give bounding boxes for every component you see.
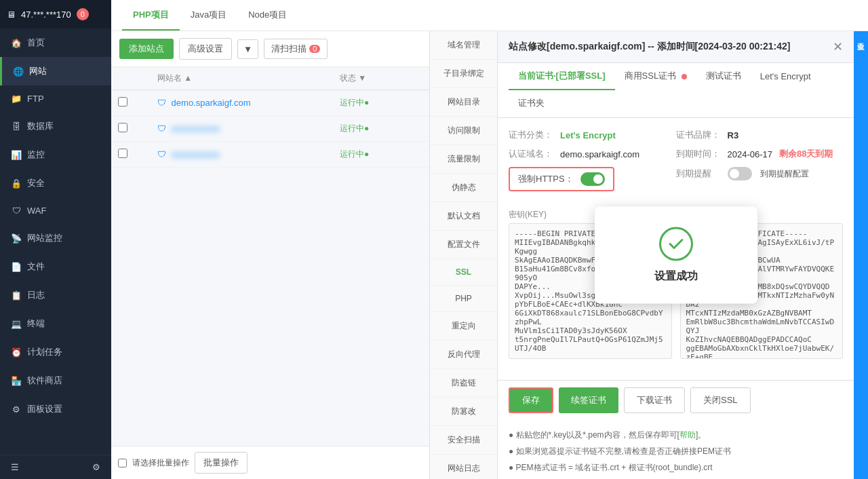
menu-hotlink[interactable]: 防盗链: [430, 369, 497, 398]
modal-container: 站点修改[demo.sparkaigf.com] -- 添加时间[2024-03…: [498, 31, 854, 479]
row-checkbox[interactable]: [118, 123, 127, 132]
sidebar-label-monitor: 监控: [27, 149, 45, 161]
menu-config[interactable]: 配置文件: [430, 231, 497, 259]
settings-icon[interactable]: ⚙: [92, 462, 100, 472]
sidebar-label-database: 数据库: [27, 120, 54, 132]
tips-section: ● 粘贴您的*.key以及*.pem内容，然后保存即可[帮助]。 ● 如果浏览器…: [498, 420, 854, 479]
sidebar-item-logs[interactable]: 📋 日志: [0, 281, 111, 309]
sidebar-label-waf: WAF: [27, 206, 46, 216]
sidebar: 🖥 47.***.***170 0 🏠 首页 🌐 网站 📁 FTP 🗄 数据库 …: [0, 0, 111, 479]
red-dot-icon: [682, 74, 687, 79]
sidebar-item-panel-settings[interactable]: ⚙ 面板设置: [0, 395, 111, 423]
row-actions: [406, 90, 429, 116]
sidebar-item-monitor[interactable]: 📊 监控: [0, 140, 111, 169]
menu-default-doc[interactable]: 默认文档: [430, 202, 497, 231]
cert-reminder-config[interactable]: 到期提醒配置: [760, 168, 809, 180]
tip-1: ● 粘贴您的*.key以及*.pem内容，然后保存即可[帮助]。: [509, 427, 843, 443]
ssl-tab-current-label: 当前证书·[已部署SSL]: [518, 71, 606, 81]
menu-traffic[interactable]: 流量限制: [430, 145, 497, 174]
cert-domain-value: demo.sparkaigf.com: [560, 149, 639, 159]
close-ssl-button[interactable]: 关闭SSL: [690, 387, 751, 413]
files-icon: 📄: [11, 262, 22, 272]
reminder-toggle[interactable]: [728, 167, 752, 180]
tab-node[interactable]: Node项目: [237, 1, 298, 31]
bulk-action-button[interactable]: 批量操作: [195, 452, 248, 474]
https-toggle-switch[interactable]: [580, 172, 605, 186]
dropdown-button[interactable]: ▼: [237, 39, 258, 59]
advanced-settings-button[interactable]: 高级设置: [179, 38, 232, 60]
cert-type-value: Let's Encrypt: [560, 130, 616, 140]
ssl-tab-cert-folder[interactable]: 证书夹: [509, 90, 554, 117]
ssl-tab-commercial[interactable]: 商用SSL证书: [615, 63, 696, 90]
cert-https-row: 强制HTTPS：: [509, 167, 676, 191]
sidebar-item-site-monitor[interactable]: 📡 网站监控: [0, 224, 111, 252]
sidebar-label-files: 文件: [27, 261, 45, 273]
security-icon: 🔒: [11, 178, 22, 189]
site-name-blurred[interactable]: xxxxxxxxxxx: [172, 123, 220, 134]
sidebar-item-home[interactable]: 🏠 首页: [0, 28, 111, 57]
sidebar-item-site[interactable]: 🌐 网站: [0, 57, 111, 85]
enterprise-badge[interactable]: 企业版: [854, 31, 868, 479]
row-checkbox[interactable]: [118, 97, 127, 107]
menu-rewrite[interactable]: 伪静态: [430, 174, 497, 202]
cert-reminder-row: 到期提醒 到期提醒配置: [676, 167, 844, 180]
menu-redirect[interactable]: 重定向: [430, 312, 497, 341]
scan-count: 0: [309, 45, 320, 53]
menu-security-scan[interactable]: 安全扫描: [430, 426, 497, 455]
ssl-tab-current[interactable]: 当前证书·[已部署SSL]: [509, 63, 615, 90]
add-site-button[interactable]: 添加站点: [119, 39, 174, 59]
menu-ssl[interactable]: SSL: [430, 259, 497, 286]
scan-button[interactable]: 清扫扫描 0: [264, 39, 328, 59]
sidebar-item-cron[interactable]: ⏰ 计划任务: [0, 338, 111, 366]
modal-title: 站点修改[demo.sparkaigf.com] -- 添加时间[2024-03…: [509, 41, 790, 53]
sidebar-item-database[interactable]: 🗄 数据库: [0, 112, 111, 140]
row-checkbox[interactable]: [118, 149, 127, 158]
menu-subdir[interactable]: 子目录绑定: [430, 60, 497, 88]
https-label: 强制HTTPS：: [518, 173, 574, 185]
cert-type-label: 证书分类：: [509, 129, 556, 141]
ssl-tab-letsencrypt[interactable]: Let's Encrypt: [751, 64, 821, 90]
status-badge: 运行中●: [340, 149, 399, 160]
table-row[interactable]: 🛡 xxxxxxxxxxx 运行中●: [111, 142, 429, 168]
menu-php[interactable]: PHP: [430, 286, 497, 312]
sidebar-item-files[interactable]: 📄 文件: [0, 252, 111, 281]
ssl-tab-test[interactable]: 测试证书: [696, 63, 751, 90]
menu-antitamper[interactable]: 防篡改: [430, 398, 497, 426]
download-button[interactable]: 下载证书: [624, 387, 685, 413]
sidebar-item-security[interactable]: 🔒 安全: [0, 169, 111, 197]
site-toolbar: 添加站点 高级设置 ▼ 清扫扫描 0: [111, 31, 429, 67]
server-icon: 🖥: [7, 9, 16, 20]
col-status[interactable]: 状态 ▼: [333, 67, 406, 90]
shield-icon: 🛡: [157, 123, 166, 134]
row-actions: [406, 142, 429, 168]
menu-access[interactable]: 访问限制: [430, 117, 497, 145]
renew-button[interactable]: 续签证书: [559, 387, 618, 413]
cert-brand-value: R3: [728, 130, 739, 140]
site-monitor-icon: 📡: [11, 233, 22, 244]
ssl-tab-letsencrypt-label: Let's Encrypt: [760, 71, 811, 81]
col-name[interactable]: 网站名 ▲: [151, 67, 333, 90]
sidebar-item-app-store[interactable]: 🏪 软件商店: [0, 366, 111, 395]
tab-php[interactable]: PHP项目: [122, 1, 180, 31]
menu-domain[interactable]: 域名管理: [430, 31, 497, 60]
modal-close-button[interactable]: ✕: [833, 39, 843, 54]
cert-info-right: 证书品牌： R3 到期时间： 2024-06-17 剩余88天到期 到期提醒: [676, 129, 844, 198]
table-row[interactable]: 🛡 xxxxxxxxxxx 运行中●: [111, 116, 429, 142]
save-button[interactable]: 保存: [509, 387, 553, 413]
tab-java[interactable]: Java项目: [180, 1, 237, 31]
cert-info-row: 证书分类： Let's Encrypt 认证域名： demo.sparkaigf…: [509, 129, 843, 198]
sidebar-item-ftp[interactable]: 📁 FTP: [0, 85, 111, 112]
menu-webdir[interactable]: 网站目录: [430, 88, 497, 117]
table-row[interactable]: 🛡 demo.sparkaigf.com 运行中●: [111, 90, 429, 116]
terminal-icon: 💻: [11, 319, 22, 329]
help-link[interactable]: 帮助: [679, 430, 696, 440]
site-name[interactable]: demo.sparkaigf.com: [172, 98, 251, 108]
site-name-blurred[interactable]: xxxxxxxxxxx: [172, 149, 220, 159]
menu-site-log[interactable]: 网站日志: [430, 455, 497, 479]
menu-proxy[interactable]: 反向代理: [430, 341, 497, 369]
select-all-checkbox[interactable]: [118, 459, 127, 467]
cert-info-left: 证书分类： Let's Encrypt 认证域名： demo.sparkaigf…: [509, 129, 676, 198]
sidebar-item-waf[interactable]: 🛡 WAF: [0, 197, 111, 224]
sidebar-item-terminal[interactable]: 💻 终端: [0, 309, 111, 338]
sidebar-footer: ☰ ⚙: [0, 455, 111, 479]
